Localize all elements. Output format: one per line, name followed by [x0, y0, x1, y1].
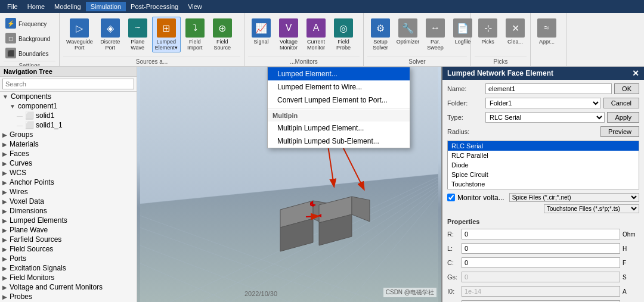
btn-background[interactable]: ◻ Background: [4, 32, 52, 46]
btn-picks[interactable]: ⊹ Picks: [475, 17, 501, 46]
tree-item-field-sources[interactable]: ▶Field Sources: [0, 244, 137, 254]
radius-row: Radius: Preview: [447, 126, 639, 137]
ribbon: ⚡ Frequency ◻ Background ⬛ Boundaries Se…: [0, 13, 644, 67]
background-label: Background: [18, 36, 50, 42]
type-list-diode[interactable]: Diode: [448, 160, 639, 170]
lumped-dropdown-menu[interactable]: Lumped Element... Lumped Element to Wire…: [267, 67, 410, 148]
monitor-volta-checkbox[interactable]: [447, 194, 455, 201]
type-list-spice[interactable]: Spice Circuit: [448, 170, 639, 179]
tree-item-materials[interactable]: ▶Materials: [0, 139, 137, 149]
btn-boundaries[interactable]: ⬛ Boundaries: [4, 46, 51, 61]
tree-item-voxel[interactable]: ▶Voxel Data: [0, 197, 137, 206]
btn-signal[interactable]: 📈 Signal: [248, 17, 274, 46]
tree-item-volt-curr[interactable]: ▶Voltage and Current Monitors: [0, 282, 137, 292]
folder-select[interactable]: Folder1: [485, 98, 601, 108]
svg-line-23: [306, 216, 318, 217]
solid2-icon: ⬜: [25, 121, 34, 129]
r-label: R:: [447, 231, 459, 238]
tree-item-components[interactable]: ▼ Components: [0, 92, 137, 101]
btn-discrete-port[interactable]: ◈ DiscretePort: [97, 17, 123, 52]
tree-label-voxel: Voxel Data: [10, 197, 44, 206]
menu-modeling[interactable]: Modeling: [49, 2, 86, 11]
tree-item-field-monitors[interactable]: ▶Field Monitors: [0, 273, 137, 282]
tree-label-fieldmon: Field Monitors: [10, 273, 54, 282]
btn-field-source[interactable]: ⊕ FieldSource: [209, 17, 236, 52]
tree-item-plane-wave[interactable]: ▶Plane Wave: [0, 225, 137, 235]
preview-button[interactable]: Preview: [600, 126, 639, 137]
btn-voltage-monitor[interactable]: V VoltageMonitor: [275, 17, 302, 52]
multipin-sub-label: Multipin Lumped Sub-Element...: [277, 137, 379, 145]
tree-item-anchor-points[interactable]: ▶Anchor Points: [0, 178, 137, 187]
ok-button[interactable]: OK: [614, 83, 639, 94]
btn-field-import[interactable]: ⤵ FieldImport: [182, 17, 208, 52]
menu-multipin-sub[interactable]: Multipin Lumped Sub-Element...: [268, 135, 410, 148]
radius-dropdown2[interactable]: Touchstone Files (*.s*p;*.ts): [544, 204, 639, 213]
c-label: C:: [447, 259, 459, 266]
type-select[interactable]: RLC Serial RLC Parallel Diode Spice Circ…: [485, 112, 605, 123]
lumped-element-icon: ⊞: [157, 18, 176, 38]
btn-frequency[interactable]: ⚡ Frequency: [4, 17, 51, 31]
btn-appr[interactable]: ≈ Appr...: [534, 17, 559, 46]
tree-item-faces[interactable]: ▶Faces: [0, 149, 137, 158]
lumped-element-menu-label: Lumped Element...: [277, 70, 338, 78]
field-import-label: FieldImport: [187, 39, 203, 51]
discrete-label: DiscretePort: [100, 39, 120, 51]
tree-item-lumped-elements[interactable]: ▶Lumped Elements: [0, 216, 137, 225]
optimizer-label: Optimizer: [397, 39, 420, 45]
btn-current-monitor[interactable]: A CurrentMonitor: [303, 17, 329, 52]
frequency-label: Frequency: [18, 21, 47, 27]
menu-view[interactable]: View: [183, 2, 207, 11]
tree-item-component1[interactable]: ▼ component1: [0, 101, 137, 111]
tree-item-solid1-1[interactable]: — ⬜ solid1_1: [0, 120, 137, 130]
tree-item-ports[interactable]: ▶Ports: [0, 254, 137, 263]
cancel-button[interactable]: Cancel: [603, 98, 639, 108]
tree-item-solid1[interactable]: — ⬜ solid1: [0, 111, 137, 120]
tree-item-wires[interactable]: ▶Wires: [0, 187, 137, 197]
search-input[interactable]: [2, 79, 134, 89]
r-input[interactable]: [462, 229, 620, 239]
btn-clear[interactable]: ✕ Clea...: [502, 17, 528, 46]
close-icon[interactable]: ✕: [632, 69, 639, 78]
btn-waveguide-port[interactable]: ▷ WaveguidePort: [63, 17, 96, 52]
gs-input[interactable]: [462, 272, 620, 282]
tree-label-solid1: solid1: [36, 111, 54, 120]
arrow-voltcurr: ▶: [2, 284, 7, 291]
tree-item-farfield[interactable]: ▶Farfield Sources: [0, 235, 137, 244]
menu-lumped-to-wire[interactable]: Lumped Element to Wire...: [268, 80, 410, 94]
current-label: CurrentMonitor: [307, 39, 325, 51]
tree-item-wcs[interactable]: ▶WCS: [0, 168, 137, 178]
apply-button[interactable]: Apply: [607, 112, 639, 123]
i0-input[interactable]: [462, 286, 620, 297]
c-input[interactable]: [462, 257, 620, 268]
menu-multipin-lumped[interactable]: Multipin Lumped Element...: [268, 122, 410, 135]
tree-item-dimensions[interactable]: ▶Dimensions: [0, 206, 137, 216]
tree-item-groups[interactable]: ▶Groups: [0, 130, 137, 139]
menu-file[interactable]: File: [2, 2, 23, 11]
menu-post-processing[interactable]: Post-Processing: [126, 2, 183, 11]
tree-item-curves[interactable]: ▶Curves: [0, 158, 137, 168]
gs-label: Gs:: [447, 273, 459, 281]
tree-item-probes[interactable]: ▶Probes: [0, 292, 137, 301]
field-source-label: FieldSource: [213, 39, 231, 51]
boundaries-label: Boundaries: [18, 51, 49, 57]
btn-plane-wave[interactable]: ~ PlaneWave: [125, 17, 151, 52]
type-list-rlc-serial[interactable]: RLC Serial: [448, 141, 639, 151]
name-input[interactable]: [485, 83, 612, 94]
type-list-rlc-parallel[interactable]: RLC Parallel: [448, 151, 639, 160]
radius-dropdown1[interactable]: Spice Files (*.cir;*.net): [509, 193, 639, 202]
btn-optimizer[interactable]: 🔧 Optimizer: [395, 17, 421, 46]
btn-field-probe[interactable]: ◎ FieldProbe: [330, 17, 357, 52]
l-input[interactable]: [462, 243, 620, 254]
menu-home[interactable]: Home: [23, 2, 49, 11]
btn-lumped-element[interactable]: ⊞ LumpedElement▾: [152, 17, 181, 52]
menu-convert-lumped[interactable]: Convert Lumped Element to Port...: [268, 94, 410, 107]
tree-label-materials: Materials: [10, 140, 39, 148]
menu-lumped-element[interactable]: Lumped Element...: [268, 67, 410, 80]
btn-setup-solver[interactable]: ⚙ SetupSolver: [367, 17, 394, 52]
type-list-touchstone[interactable]: Touchstone: [448, 179, 639, 189]
menu-simulation[interactable]: Simulation: [86, 2, 126, 11]
btn-par-sweep[interactable]: ↔ Par.Sweep: [422, 17, 448, 52]
tree-item-excitation[interactable]: ▶Excitation Signals: [0, 263, 137, 273]
setup-solver-label: SetupSolver: [373, 39, 388, 51]
i0-unit: A: [623, 288, 639, 295]
